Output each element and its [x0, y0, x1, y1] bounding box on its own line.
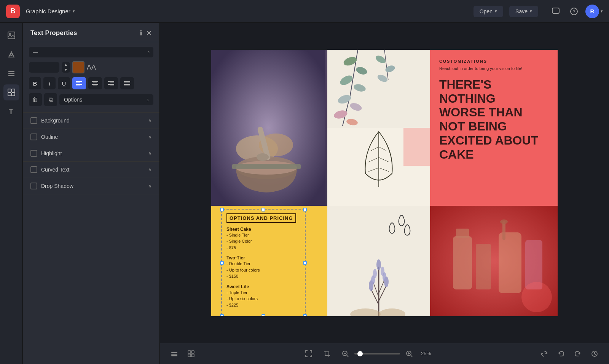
crop-button[interactable] [320, 347, 334, 361]
grid-bottom-button[interactable] [184, 347, 198, 361]
handle-tl[interactable] [220, 208, 224, 211]
svg-rect-91 [191, 351, 194, 353]
handle-br[interactable] [303, 314, 307, 316]
refresh-button[interactable] [537, 347, 551, 361]
panel-close-button[interactable]: ✕ [146, 29, 152, 37]
design-canvas: CUSTOMIZATIONS Reach out in order to bri… [211, 50, 558, 316]
sidebar-layers-button[interactable] [3, 65, 19, 81]
svg-rect-7 [8, 73, 14, 74]
align-left-button[interactable] [72, 77, 86, 89]
canvas-main: CUSTOMIZATIONS Reach out in order to bri… [160, 23, 609, 343]
svg-point-4 [9, 33, 11, 35]
svg-point-36 [257, 153, 269, 161]
handle-tc[interactable] [261, 208, 265, 211]
align-right-button[interactable] [104, 77, 118, 89]
text-color-swatch[interactable] [72, 61, 84, 73]
zoom-out-button[interactable] [338, 347, 352, 361]
curved-text-property-row[interactable]: Curved Text ∨ [23, 162, 159, 178]
sidebar-text-button[interactable]: T [3, 103, 19, 119]
zoom-in-button[interactable] [402, 347, 416, 361]
text-properties-panel: Text Properties ℹ ✕ — › ▲ ▼ AA B [23, 23, 160, 364]
text-size-scale-icon[interactable]: AA [87, 64, 96, 72]
align-justify-button[interactable] [120, 77, 134, 89]
yellow-pricing-cell: OPTIONS AND PRICING Sheet Cake - Single … [211, 206, 327, 316]
zoom-slider[interactable] [354, 353, 400, 354]
history-button[interactable] [588, 347, 601, 361]
outline-expand-chevron: ∨ [148, 134, 152, 140]
panel-header: Text Properties ℹ ✕ [23, 23, 159, 42]
format-buttons-row: B I U [29, 77, 153, 89]
highlight-property-row[interactable]: Highlight ∨ [23, 145, 159, 162]
chat-icon-button[interactable] [549, 5, 563, 18]
drop-shadow-property-row[interactable]: Drop Shadow ∨ [23, 178, 159, 194]
open-button[interactable]: Open ▾ [473, 6, 503, 17]
svg-rect-88 [171, 354, 177, 355]
handle-bc[interactable] [261, 314, 265, 316]
zoom-percent-label: 25% [418, 351, 434, 356]
font-family-display: — [33, 49, 146, 55]
background-label: Background [41, 118, 70, 124]
topbar: B Graphic Designer ▾ Open ▾ Save ▾ ? R ▾ [0, 0, 609, 23]
layers-bottom-button[interactable] [167, 347, 181, 361]
svg-rect-12 [12, 93, 15, 96]
handle-tr[interactable] [303, 208, 307, 211]
svg-rect-11 [8, 93, 11, 96]
svg-point-73 [373, 269, 377, 278]
redo-button[interactable] [571, 347, 585, 361]
curved-text-checkbox[interactable] [30, 166, 37, 173]
font-size-up-button[interactable]: ▲ [62, 62, 70, 67]
fullscreen-button[interactable] [302, 347, 316, 361]
plants-drops-cell [327, 206, 430, 316]
font-size-down-button[interactable]: ▼ [62, 67, 70, 73]
font-family-section: — › ▲ ▼ AA B I U [23, 42, 159, 113]
font-size-input[interactable] [29, 62, 59, 73]
italic-button[interactable]: I [43, 77, 56, 89]
sidebar-design-button[interactable] [3, 46, 19, 62]
handle-ml[interactable] [220, 261, 224, 265]
sidebar-images-button[interactable] [3, 27, 19, 43]
main-area: T Text Properties ℹ ✕ — › ▲ ▼ AA [0, 23, 609, 364]
help-icon-button[interactable]: ? [567, 5, 581, 18]
background-checkbox[interactable] [30, 117, 37, 124]
plants-bottom-cell [327, 128, 430, 206]
undo-button[interactable] [554, 347, 568, 361]
background-property-row[interactable]: Background ∨ [23, 113, 159, 129]
red-section-cell: CUSTOMIZATIONS Reach out in order to bri… [430, 50, 558, 206]
highlight-checkbox[interactable] [30, 150, 37, 157]
svg-line-100 [347, 355, 348, 357]
svg-rect-9 [8, 89, 11, 92]
svg-rect-8 [8, 75, 14, 76]
handle-mr[interactable] [303, 261, 307, 265]
app-logo[interactable]: B [6, 5, 20, 18]
underline-button[interactable]: U [58, 77, 70, 89]
avatar-dropdown[interactable]: R ▾ [585, 5, 603, 18]
save-button[interactable]: Save ▾ [509, 6, 538, 17]
sidebar-elements-button[interactable] [3, 84, 19, 100]
bottom-bar: 25% [160, 343, 609, 364]
app-name-dropdown[interactable]: Graphic Designer ▾ [26, 8, 75, 14]
zoom-control: 25% [338, 347, 434, 361]
outline-checkbox[interactable] [30, 134, 37, 140]
svg-rect-10 [12, 89, 15, 92]
svg-point-86 [521, 282, 552, 312]
handle-bl[interactable] [220, 314, 224, 316]
canvas-area: CUSTOMIZATIONS Reach out in order to bri… [160, 23, 609, 364]
bold-button[interactable]: B [29, 77, 41, 89]
drop-shadow-checkbox[interactable] [30, 183, 37, 189]
svg-text:T: T [9, 108, 13, 116]
svg-line-104 [411, 355, 412, 357]
svg-rect-61 [403, 128, 430, 166]
panel-info-button[interactable]: ℹ [140, 29, 142, 37]
outline-property-row[interactable]: Outline ∨ [23, 129, 159, 145]
options-button[interactable]: Options › [59, 94, 153, 105]
svg-rect-93 [191, 354, 194, 357]
drop-shadow-expand-chevron: ∨ [148, 183, 152, 189]
svg-point-74 [381, 267, 384, 276]
align-center-button[interactable] [88, 77, 102, 89]
duplicate-button[interactable]: ⧉ [44, 93, 57, 106]
delete-button[interactable]: 🗑 [29, 93, 42, 106]
panel-title: Text Properties [30, 29, 77, 37]
svg-rect-90 [188, 351, 191, 353]
svg-rect-37 [232, 164, 301, 169]
svg-point-72 [376, 259, 381, 270]
